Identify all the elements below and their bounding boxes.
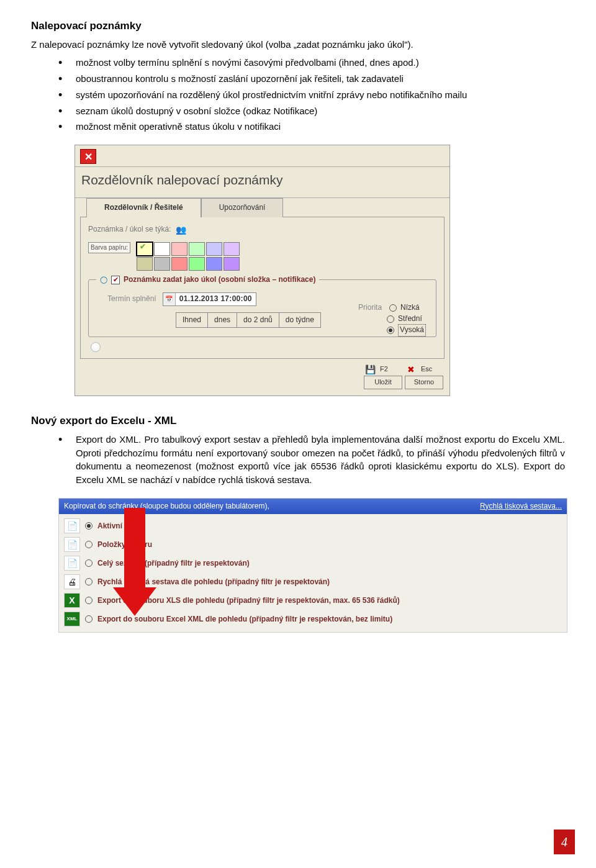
- section2-title: Nový export do Excelu - XML: [31, 414, 565, 429]
- termin-label: Termín splnění: [107, 294, 156, 304]
- color-swatch[interactable]: [206, 257, 222, 271]
- cancel-icon: ✖: [405, 364, 417, 375]
- export-option[interactable]: 📄 Celý seznam (případný filtr je respekt…: [61, 554, 567, 572]
- radio[interactable]: [85, 522, 93, 530]
- color-swatch[interactable]: [224, 257, 240, 271]
- globe-icon[interactable]: [91, 342, 101, 352]
- section1-lead: Z nalepovací poznámky lze nově vytvořit …: [31, 38, 565, 52]
- color-swatch[interactable]: [137, 257, 153, 271]
- list-item: seznam úkolů dostupný v osobní složce (o…: [58, 104, 565, 118]
- export-option[interactable]: X Export do souboru XLS dle pohledu (pří…: [61, 591, 567, 610]
- calendar-icon[interactable]: 📅: [163, 293, 176, 305]
- color-swatch[interactable]: [206, 242, 222, 256]
- task-checkbox[interactable]: ✔: [111, 276, 120, 284]
- list-item: systém upozorňování na rozdělený úkol pr…: [58, 88, 565, 102]
- dialog-rozdelovnik: ✕ Rozdělovník nalepovací poznámky Rozděl…: [74, 145, 450, 396]
- btn-tydne[interactable]: do týdne: [279, 312, 321, 328]
- color-swatch[interactable]: [154, 257, 170, 271]
- export-option[interactable]: XML Export do souboru Excel XML dle pohl…: [61, 610, 567, 628]
- section1-bullets: možnost volby termínu splnění s novými č…: [31, 56, 565, 133]
- color-swatch[interactable]: ✔: [137, 242, 153, 256]
- barva-label: Barva papíru:: [88, 242, 130, 254]
- doc-icon: 📄: [64, 556, 80, 571]
- color-palette: ✔: [137, 242, 240, 271]
- radio-vysoka[interactable]: [387, 327, 394, 334]
- dialog-export-menu: Kopírovat do schránky (sloupce budou odd…: [58, 498, 567, 633]
- doc-icon: 📄: [64, 537, 80, 552]
- color-swatch[interactable]: [154, 242, 170, 256]
- color-swatch[interactable]: [189, 257, 205, 271]
- list-item: možnost volby termínu splnění s novými č…: [58, 56, 565, 70]
- excel-xml-icon: XML: [64, 612, 80, 626]
- btn-dnes[interactable]: dnes: [208, 312, 237, 328]
- tab-upozornovani[interactable]: Upozorňování: [201, 198, 284, 217]
- btn-ihned[interactable]: Ihned: [176, 312, 208, 328]
- radio[interactable]: [85, 597, 93, 604]
- export-option[interactable]: 📄 Položky výběru: [61, 535, 567, 554]
- list-item: oboustrannou kontrolu s možností zaslání…: [58, 72, 565, 86]
- task-check-label: Poznámku zadat jako úkol (osobní složka …: [124, 274, 315, 285]
- titlebar: Kopírovat do schránky (sloupce budou odd…: [59, 499, 567, 514]
- list-item: Export do XML. Pro tabulkový export sest…: [58, 433, 565, 487]
- excel-icon: X: [64, 593, 80, 608]
- printer-icon: 🖨: [64, 574, 80, 589]
- expand-icon[interactable]: ◯: [100, 275, 107, 285]
- save-button[interactable]: Uložit: [364, 376, 402, 389]
- close-icon[interactable]: ✕: [80, 149, 96, 164]
- storno-button[interactable]: Storno: [405, 376, 443, 389]
- termin-field[interactable]: 📅 01.12.2013 17:00:00: [163, 292, 256, 306]
- export-option[interactable]: 📄 Aktivní řádek: [61, 517, 567, 535]
- doc-icon: 📄: [64, 518, 80, 533]
- people-icon[interactable]: 👥: [176, 224, 186, 236]
- termin-value: 01.12.2013 17:00:00: [176, 294, 256, 304]
- export-option[interactable]: 🖨 Rychlá tisková sestava dle pohledu (př…: [61, 572, 567, 591]
- rychla-sestava-link[interactable]: Rychlá tisková sestava...: [480, 501, 562, 512]
- radio-nizka[interactable]: [389, 304, 397, 312]
- radio[interactable]: [85, 541, 93, 548]
- color-swatch[interactable]: [189, 242, 205, 256]
- color-swatch[interactable]: [171, 242, 187, 256]
- color-swatch[interactable]: [224, 242, 240, 256]
- dialog-heading: Rozdělovník nalepovací poznámky: [75, 167, 449, 194]
- section2-bullets: Export do XML. Pro tabulkový export sest…: [31, 433, 565, 487]
- btn-2dnu[interactable]: do 2 dnů: [237, 312, 279, 328]
- radio[interactable]: [85, 578, 93, 585]
- color-swatch[interactable]: [171, 257, 187, 271]
- list-item: možnost měnit operativně status úkolu v …: [58, 120, 565, 133]
- radio[interactable]: [85, 615, 93, 623]
- radio-stredni[interactable]: [387, 315, 394, 323]
- note-label: Poznámka / úkol se týká:: [88, 224, 171, 235]
- prio-label: Priorita: [358, 302, 382, 313]
- radio[interactable]: [85, 559, 93, 567]
- section1-title: Nalepovací poznámky: [31, 19, 565, 34]
- save-icon: 💾: [364, 364, 376, 375]
- tab-resitele[interactable]: Rozdělovník / Řešitelé: [86, 198, 201, 217]
